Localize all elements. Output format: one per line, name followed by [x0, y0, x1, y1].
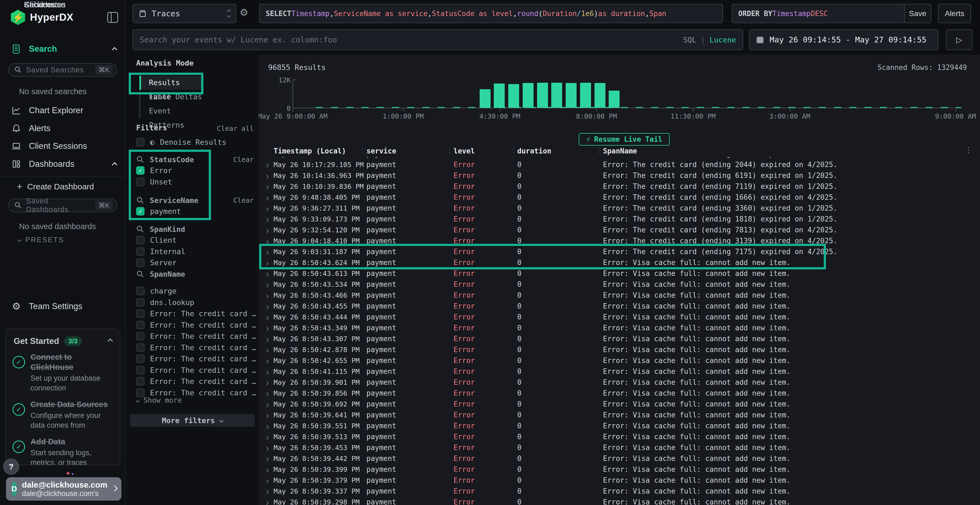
row-expander-icon[interactable] — [266, 269, 274, 278]
table-row[interactable]: May 26 10:14:36.963 PM payment Error 0 E… — [259, 170, 980, 181]
row-expander-icon[interactable] — [266, 400, 274, 408]
checkbox[interactable]: ✓ — [136, 377, 145, 386]
table-row[interactable]: May 26 10:10:39.836 PM payment Error 0 E… — [259, 181, 980, 192]
chevron-up-icon[interactable] — [113, 159, 116, 169]
table-row[interactable]: May 26 8:50:39.298 PM payment Error 0 Er… — [259, 497, 980, 505]
search-icon[interactable] — [136, 225, 144, 233]
checkbox[interactable]: ✓ — [136, 321, 145, 329]
sidebar-item-chart-explorer[interactable]: Chart Explorer — [11, 106, 116, 115]
get-started-item[interactable]: ✓ Create Data Sources Configure where yo… — [13, 399, 113, 430]
get-started-item[interactable]: ✓ Add Data Start sending logs, metrics, … — [13, 437, 113, 465]
table-row[interactable]: May 26 8:50:43.624 PM payment Error 0 Er… — [259, 257, 980, 268]
results-histogram[interactable] — [293, 79, 962, 108]
table-row[interactable]: May 26 8:50:43.466 PM payment Error 0 Er… — [259, 290, 980, 301]
presets-section[interactable]: PRESETS — [18, 236, 64, 244]
row-expander-icon[interactable] — [266, 160, 274, 169]
row-expander-icon[interactable] — [266, 411, 274, 419]
clear-filter-button[interactable]: Clear — [233, 197, 254, 204]
sql-mode-toggle[interactable]: SQL — [683, 36, 696, 44]
sidebar-item-team-settings[interactable]: ⚙ Team Settings — [11, 302, 116, 311]
table-row[interactable]: May 26 10:17:29.105 PM payment Error 0 E… — [259, 159, 980, 170]
table-row[interactable]: May 26 8:50:39.337 PM payment Error 0 Er… — [259, 486, 980, 497]
checkbox[interactable]: ✓ — [136, 287, 145, 295]
filter-option[interactable]: ✓ Error — [136, 165, 254, 176]
filter-option[interactable]: ✓ payment — [136, 206, 254, 217]
table-row[interactable]: May 26 9:32:54.120 PM payment Error 0 Er… — [259, 224, 980, 235]
row-expander-icon[interactable] — [266, 302, 274, 310]
row-expander-icon[interactable] — [266, 487, 274, 495]
sidebar-item-alerts[interactable]: Alerts — [11, 124, 116, 133]
sql-select-editor[interactable]: SELECT Timestamp, ServiceName as service… — [259, 4, 723, 23]
table-row[interactable]: May 26 9:03:31.187 PM payment Error 0 Er… — [259, 246, 980, 257]
table-row[interactable]: May 26 8:50:39.513 PM payment Error 0 Er… — [259, 431, 980, 442]
search-icon[interactable] — [136, 196, 144, 204]
filter-option[interactable]: ✓ Error: The credit card … — [136, 308, 254, 319]
row-expander-icon[interactable] — [266, 378, 274, 386]
filter-option[interactable]: ✓ Error: The credit card … — [136, 376, 254, 387]
row-expander-icon[interactable] — [266, 422, 274, 430]
row-expander-icon[interactable] — [266, 465, 274, 473]
search-icon[interactable] — [136, 270, 144, 278]
table-row[interactable]: May 26 8:50:39.442 PM payment Error 0 Er… — [259, 453, 980, 464]
table-row[interactable]: May 26 8:50:39.551 PM payment Error 0 Er… — [259, 420, 980, 431]
saved-dashboards-input[interactable]: Saved Dashboards ⌘K — [8, 199, 117, 212]
filter-option[interactable]: ✓ Unset — [136, 176, 254, 188]
checkbox[interactable]: ✓ — [136, 298, 145, 306]
checkbox[interactable]: ✓ — [136, 343, 145, 352]
row-expander-icon[interactable] — [266, 237, 274, 245]
show-more-button[interactable]: Show more — [136, 396, 182, 404]
checkbox[interactable]: ✓ — [136, 207, 145, 216]
clear-filter-button[interactable]: Clear — [233, 156, 254, 164]
row-expander-icon[interactable] — [266, 498, 274, 505]
chevron-up-icon[interactable] — [113, 44, 116, 54]
table-row[interactable]: May 26 8:50:39.856 PM payment Error 0 Er… — [259, 388, 980, 399]
table-row[interactable]: May 26 9:33:09.173 PM payment Error 0 Er… — [259, 214, 980, 224]
table-row[interactable]: May 26 8:50:43.444 PM payment Error 0 Er… — [259, 311, 980, 322]
row-expander-icon[interactable] — [266, 389, 274, 397]
saved-searches-input[interactable]: Saved Searches ⌘K — [8, 63, 117, 77]
checkbox[interactable]: ✓ — [136, 166, 145, 175]
row-expander-icon[interactable] — [266, 215, 274, 223]
alerts-button[interactable]: Alerts — [938, 4, 971, 23]
resume-live-tail-button[interactable]: ⚡ Resume Live Tail — [579, 133, 670, 146]
row-expander-icon[interactable] — [266, 346, 274, 354]
search-input[interactable]: Search your events w/ Lucene ex. column:… — [132, 29, 743, 50]
checkbox[interactable]: ✓ — [136, 366, 145, 375]
column-header-level[interactable]: level — [453, 147, 517, 155]
row-expander-icon[interactable] — [266, 313, 274, 321]
sidebar-collapse-icon[interactable] — [107, 12, 118, 23]
column-options-kebab-icon[interactable]: ⋮ — [965, 146, 972, 154]
get-started-item[interactable]: ✓ Connect to ClickHouse Set up your data… — [13, 352, 113, 393]
table-row[interactable]: May 26 8:50:43.307 PM payment Error 0 Er… — [259, 333, 980, 344]
clear-all-button[interactable]: Clear all — [217, 125, 254, 132]
preset-link[interactable]: Kubernetes — [24, 0, 65, 9]
row-expander-icon[interactable] — [266, 204, 274, 212]
checkbox[interactable]: ✓ — [136, 236, 145, 245]
filter-option[interactable]: ✓ Error: The credit card … — [136, 330, 254, 342]
checkbox[interactable]: ✓ — [136, 332, 145, 340]
user-menu[interactable]: D dale@clickhouse.com dale@clickhouse.co… — [6, 477, 121, 501]
table-row[interactable]: May 26 8:50:39.692 PM payment Error 0 Er… — [259, 399, 980, 410]
checkbox[interactable]: ✓ — [136, 259, 145, 267]
table-row[interactable]: May 26 9:04:18.410 PM payment Error 0 Er… — [259, 235, 980, 246]
table-row[interactable]: May 26 9:36:27.311 PM payment Error 0 Er… — [259, 203, 980, 214]
get-started-header[interactable]: Get Started 3/3 — [6, 329, 120, 351]
row-expander-icon[interactable] — [266, 433, 274, 441]
table-row[interactable]: May 26 8:50:39.379 PM payment Error 0 Er… — [259, 475, 980, 486]
table-row[interactable]: May 26 8:50:39.453 PM payment Error 0 Er… — [259, 442, 980, 453]
filter-option[interactable]: ✓ Error: The credit card … — [136, 342, 254, 353]
row-expander-icon[interactable] — [266, 356, 274, 365]
run-query-button[interactable]: ▷ — [946, 29, 972, 50]
row-expander-icon[interactable] — [266, 182, 274, 191]
filter-option[interactable]: ✓ Error: The credit card … — [136, 319, 254, 331]
row-expander-icon[interactable] — [266, 291, 274, 299]
row-expander-icon[interactable] — [266, 172, 274, 179]
sidebar-item-search[interactable]: Search — [11, 44, 116, 54]
more-filters-button[interactable]: More filters — [130, 414, 255, 427]
row-expander-icon[interactable] — [266, 226, 274, 234]
chevron-up-icon[interactable] — [108, 338, 113, 344]
help-button[interactable]: ? — [3, 459, 19, 475]
row-expander-icon[interactable] — [266, 367, 274, 375]
row-expander-icon[interactable] — [266, 335, 274, 343]
table-row[interactable]: May 26 8:50:43.455 PM payment Error 0 Er… — [259, 301, 980, 311]
